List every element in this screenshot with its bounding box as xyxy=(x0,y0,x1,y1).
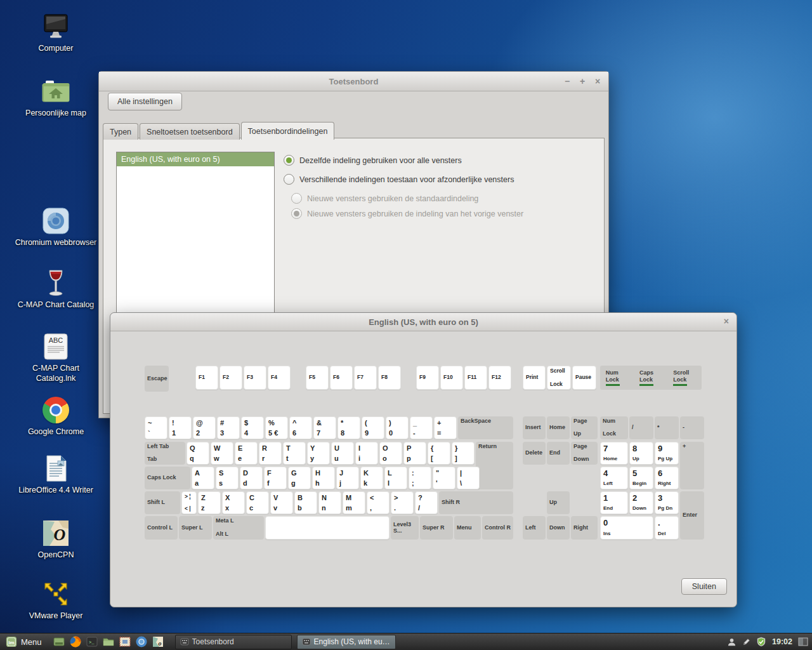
taskbar-window-toetsenbord[interactable]: Toetsenbord xyxy=(175,635,292,649)
close-button[interactable]: × xyxy=(593,76,602,86)
layout-list-item[interactable]: English (US, with euro on 5) xyxy=(117,152,274,166)
key-home: Home xyxy=(547,416,570,439)
key-scroll: ScrollLock xyxy=(547,366,571,390)
close-dialog-button[interactable]: Sluiten xyxy=(681,578,727,595)
desktop-icon-c-map-chart-catalog[interactable]: C-MAP Chart Catalog xyxy=(14,268,98,310)
key-bottom-label: l xyxy=(388,479,404,487)
key-bottom-label: 9 xyxy=(365,429,381,437)
pen-icon[interactable] xyxy=(742,638,750,646)
key-bottom-label: End xyxy=(603,506,625,512)
tab-typen[interactable]: Typen xyxy=(103,123,138,140)
key-bottom-label: Begin xyxy=(632,481,650,487)
desktop-icon-label: Computer xyxy=(39,44,74,54)
clock[interactable]: 19:02 xyxy=(772,637,792,646)
key-bottom-label: f xyxy=(267,479,284,487)
launcher-file-manager-icon[interactable] xyxy=(102,635,115,649)
key-top-label: Up xyxy=(549,500,567,506)
launcher-firefox-icon[interactable] xyxy=(69,635,82,649)
key-top-label: + xyxy=(437,419,454,427)
key-top-label: ~ xyxy=(148,419,164,427)
key-key: _- xyxy=(410,416,433,439)
desktop-icon-vmware-player[interactable]: VMware Player xyxy=(14,579,98,621)
key-enter: Enter xyxy=(680,491,704,540)
radio-unselected-icon[interactable] xyxy=(291,193,302,204)
desktop-icon-computer[interactable]: Computer xyxy=(14,11,98,54)
key-top-label: > xyxy=(394,494,410,501)
radio-option-dezelfde-indeling-gebruiken-vo[interactable]: Dezelfde indeling gebruiken voor alle ve… xyxy=(284,155,462,166)
key-top-label: 5 xyxy=(632,469,650,478)
desktop-icon-label: C-MAP Chart Catalog xyxy=(18,300,95,310)
desktop-icon-persoonlijke-map[interactable]: Persoonlijke map xyxy=(14,76,98,119)
key-bottom-label: Up xyxy=(632,456,650,462)
radio-option-nieuwe-vensters-gebruiken-de-i[interactable]: Nieuwe vensters gebruiken de indeling va… xyxy=(291,208,523,219)
key-top-label: ^ xyxy=(292,419,309,427)
taskbar-window-english-us-with-eur[interactable]: English (US, with eur... xyxy=(297,635,396,649)
key-top-label: Return xyxy=(478,444,511,450)
desktop-icon-c-map-chart-catalog-lnk[interactable]: ABCC-MAP Chart Catalog.lnk xyxy=(14,331,98,383)
key-top-label: T xyxy=(286,444,303,452)
desktop-icon-libreoffice-4-4-writer[interactable]: LibreOffice 4.4 Writer xyxy=(14,453,98,496)
settings-tabbar: TypenSneltoetsen toetsenbordToetsenbordi… xyxy=(103,122,334,140)
launcher-chromium-icon[interactable] xyxy=(135,635,148,649)
launcher-opencpn-icon[interactable]: o xyxy=(152,635,165,649)
key-page: PageDown xyxy=(571,442,598,465)
key-left-tab: Left TabTab xyxy=(145,442,185,465)
launcher-show-desktop-icon[interactable] xyxy=(53,635,66,649)
chromium-browser-icon xyxy=(41,206,71,236)
key-p: Pp xyxy=(403,442,426,465)
desktop-icon-chromium-webbrowser[interactable]: Chromium webbrowser xyxy=(14,206,98,248)
key-top-label: Q xyxy=(190,444,206,452)
key-key: )0 xyxy=(386,416,409,439)
workspace-switcher-icon[interactable] xyxy=(798,637,808,646)
tab-toetsenbordindelingen[interactable]: Toetsenbordindelingen xyxy=(241,122,335,140)
key-8: 8Up xyxy=(629,442,653,465)
key-top-label: : xyxy=(412,469,428,477)
maximize-button[interactable]: + xyxy=(578,76,587,86)
radio-selected-icon[interactable] xyxy=(284,155,294,166)
key-top-label: " xyxy=(436,469,452,477)
key-top-label: Super R xyxy=(422,525,450,531)
key-k: Kk xyxy=(360,467,383,489)
key-top-label: I xyxy=(358,444,375,452)
key-bottom-label: b xyxy=(298,504,314,512)
key-space-bar xyxy=(265,516,390,540)
all-settings-button[interactable]: Alle instellingen xyxy=(108,93,182,110)
launcher-terminal-icon[interactable]: >_ xyxy=(86,635,99,649)
key-v: Vv xyxy=(270,491,293,514)
key-top-label: Escape xyxy=(147,376,166,382)
key-top-label: > ¦ xyxy=(185,494,193,500)
key-key: %5 € xyxy=(265,416,288,439)
minimize-button[interactable]: − xyxy=(563,76,572,86)
shield-updates-icon[interactable] xyxy=(756,637,766,647)
desktop-icon-opencpn[interactable]: OOpenCPN xyxy=(14,518,98,560)
key-key: / xyxy=(629,416,653,439)
desktop-icon-google-chrome[interactable]: Google Chrome xyxy=(14,395,98,437)
key-top-label: O xyxy=(383,444,399,452)
key-top-label: F2 xyxy=(223,375,239,380)
key-top-label: Pause xyxy=(575,375,593,380)
radio-option-verschillende-indelingen-toest[interactable]: Verschillende indelingen toestaan voor a… xyxy=(284,174,514,185)
key-top-label: J xyxy=(339,469,356,477)
key-top-label: F11 xyxy=(468,375,484,380)
keyboard-viewer-title: English (US, with euro on 5) xyxy=(369,317,478,327)
key-top-label: A xyxy=(195,469,211,477)
key-bottom-label: Pg Dn xyxy=(658,506,676,512)
key-top-label: Y xyxy=(310,444,327,452)
opencpn-desktop-icon: O xyxy=(41,518,71,548)
key-bottom-label: 7 xyxy=(317,429,333,437)
radio-option-nieuwe-vensters-gebruiken-de-s[interactable]: Nieuwe vensters gebruiken de standaardin… xyxy=(291,193,478,204)
keyboard-diagram: Num LockCaps LockScroll Lock EscapeF1F2F… xyxy=(145,366,704,540)
menu-button[interactable]: lm Menu xyxy=(0,633,48,650)
key-f10: F10 xyxy=(440,366,463,390)
radio-unselected-icon[interactable] xyxy=(284,174,294,185)
key-top-label: } xyxy=(455,444,471,452)
key-top-label: 6 xyxy=(658,469,676,478)
launcher-email-icon[interactable] xyxy=(119,635,132,649)
close-icon[interactable]: × xyxy=(724,316,729,326)
radio-selected-icon[interactable] xyxy=(291,208,302,219)
key-top-label: Shift L xyxy=(147,500,178,506)
key-top-label: 4 xyxy=(603,469,625,478)
tab-sneltoetsen-toetsenbord[interactable]: Sneltoetsen toetsenbord xyxy=(140,123,240,140)
key-bottom-label: 1 xyxy=(172,429,188,437)
user-icon[interactable] xyxy=(727,637,737,647)
